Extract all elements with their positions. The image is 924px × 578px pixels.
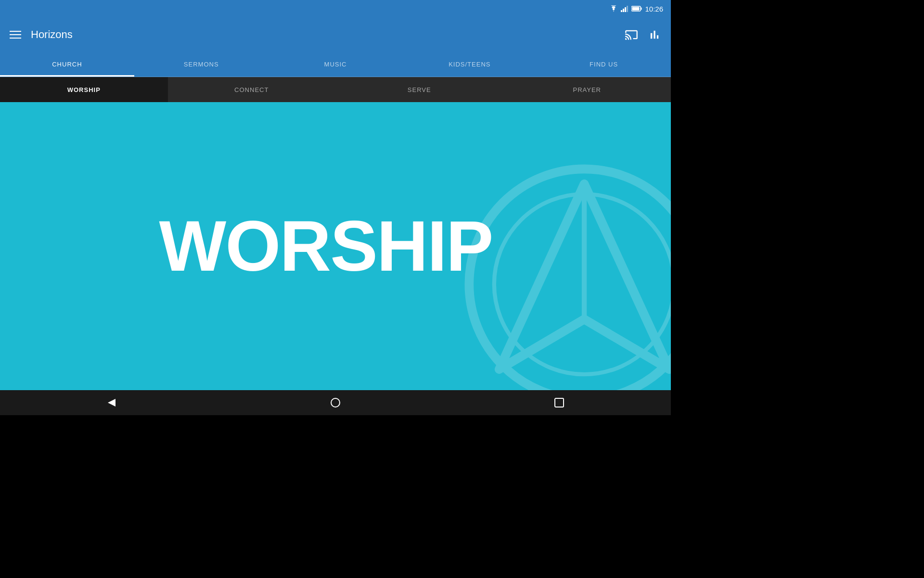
svg-rect-2 xyxy=(625,7,626,12)
tab-church[interactable]: CHURCH xyxy=(0,52,134,77)
status-bar: 10:26 xyxy=(0,0,671,17)
svg-rect-3 xyxy=(627,6,628,12)
subnav-connect[interactable]: CONNECT xyxy=(168,77,336,102)
chart-icon[interactable] xyxy=(648,28,661,41)
svg-rect-1 xyxy=(623,9,624,12)
status-time: 10:26 xyxy=(645,5,663,13)
tab-music[interactable]: MUSIC xyxy=(269,52,403,77)
svg-point-12 xyxy=(331,398,340,407)
app-bar-actions xyxy=(625,28,661,41)
subnav-worship[interactable]: WORSHIP xyxy=(0,77,168,102)
worship-hero-text: WORSHIP xyxy=(159,205,492,287)
app-bar: Horizons xyxy=(0,17,671,52)
wifi-icon xyxy=(609,5,618,12)
svg-marker-11 xyxy=(108,399,116,407)
battery-icon xyxy=(631,6,642,12)
home-button[interactable] xyxy=(321,393,350,412)
app-title: Horizons xyxy=(31,28,615,41)
menu-icon[interactable] xyxy=(10,31,21,39)
sub-nav: WORSHIP CONNECT SERVE PRAYER xyxy=(0,77,671,102)
main-content: WORSHIP xyxy=(0,102,671,390)
svg-rect-0 xyxy=(621,10,622,12)
svg-rect-13 xyxy=(555,398,564,407)
svg-rect-5 xyxy=(641,8,642,10)
tab-kids-teens[interactable]: KIDS/TEENS xyxy=(402,52,537,77)
status-icons: 10:26 xyxy=(609,5,663,13)
tab-sermons[interactable]: SERMONS xyxy=(134,52,269,77)
bottom-nav xyxy=(0,390,671,415)
tab-find-us[interactable]: FIND US xyxy=(537,52,671,77)
signal-icon xyxy=(621,5,629,12)
top-nav: CHURCH SERMONS MUSIC KIDS/TEENS FIND US xyxy=(0,52,671,77)
cast-icon[interactable] xyxy=(625,28,638,41)
svg-rect-6 xyxy=(632,7,640,11)
subnav-serve[interactable]: SERVE xyxy=(335,77,503,102)
back-button[interactable] xyxy=(97,393,126,412)
subnav-prayer[interactable]: PRAYER xyxy=(503,77,671,102)
recent-button[interactable] xyxy=(545,393,574,412)
